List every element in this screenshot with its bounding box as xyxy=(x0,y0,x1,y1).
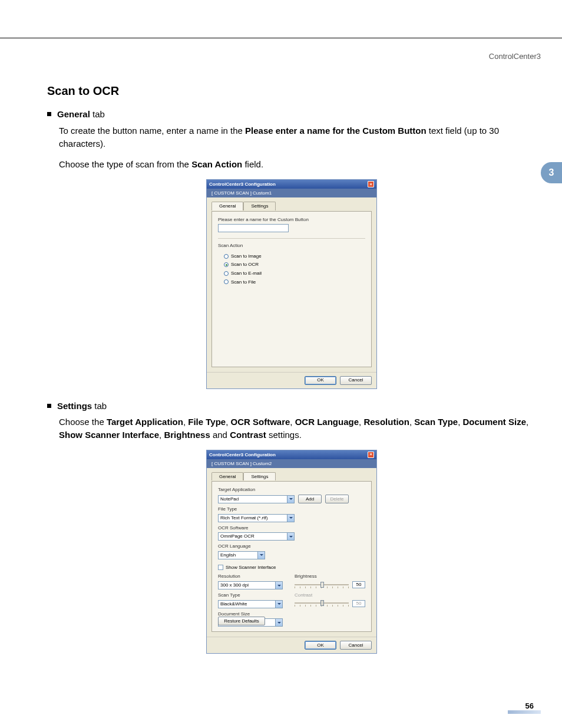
p3c: settings. xyxy=(266,430,302,440)
combo-scan-type[interactable]: Black&White xyxy=(218,600,283,608)
radio-scan-to-email[interactable]: Scan to E-mail xyxy=(224,270,365,277)
combo-target-app[interactable]: NotePad xyxy=(218,495,295,503)
combo-value: OmniPage OCR xyxy=(220,533,254,540)
dialog-settings: ControlCenter3 Configuration × [ CUSTOM … xyxy=(206,450,377,654)
b8: Show Scanner Interface xyxy=(59,430,159,440)
p1b: Please enter a name for the Custom Butto… xyxy=(245,126,427,136)
slider-thumb-icon xyxy=(320,600,324,606)
dialog-title-text: ControlCenter3 Configuration xyxy=(209,450,276,459)
chevron-down-icon xyxy=(287,515,294,522)
radio-label: Scan to OCR xyxy=(231,261,259,268)
combo-value: English xyxy=(220,552,236,559)
tab-panel-general: Please enter a name for the Custom Butto… xyxy=(211,211,372,367)
close-icon[interactable]: × xyxy=(368,452,374,458)
chevron-down-icon xyxy=(287,496,294,503)
settings-bold: Settings xyxy=(57,401,92,411)
paragraph-2: Choose the type of scan from the Scan Ac… xyxy=(59,158,536,171)
slider-brightness[interactable]: 50 xyxy=(295,581,365,588)
radio-icon xyxy=(224,254,229,259)
radio-icon xyxy=(224,262,229,267)
screenshot-settings: ControlCenter3 Configuration × [ CUSTOM … xyxy=(47,450,536,654)
b5: Resolution xyxy=(363,417,409,427)
chapter-thumb-tab: 3 xyxy=(541,162,562,183)
slider-contrast[interactable]: 50 xyxy=(295,600,365,607)
general-tail: tab xyxy=(90,109,105,119)
label-ocr-software: OCR Software xyxy=(218,525,365,532)
chevron-down-icon xyxy=(257,552,265,559)
radio-label: Scan to Image xyxy=(231,253,262,260)
combo-value: NotePad xyxy=(220,496,239,503)
dialog-body: General Settings Target Application Note… xyxy=(207,468,376,637)
b2: File Type xyxy=(188,417,226,427)
b6: Scan Type xyxy=(414,417,458,427)
combo-file-type[interactable]: Rich Text Format (*.rtf) xyxy=(218,514,295,522)
bullet-settings-tab: Settings tab xyxy=(47,400,536,413)
p2a: Choose the type of scan from the xyxy=(59,159,191,169)
combo-value: Rich Text Format (*.rtf) xyxy=(220,515,267,522)
tab-panel-settings: Target Application NotePad Add Delete Fi… xyxy=(211,481,372,632)
label-custom-name: Please enter a name for the Custom Butto… xyxy=(218,216,365,223)
custom-name-input[interactable] xyxy=(218,224,289,232)
cancel-button[interactable]: Cancel xyxy=(340,641,372,650)
radio-scan-to-file[interactable]: Scan to File xyxy=(224,279,365,286)
delete-button[interactable]: Delete xyxy=(325,495,349,503)
paragraph-3: Choose the Target Application, File Type… xyxy=(59,416,536,442)
screenshot-general: ControlCenter3 Configuration × [ CUSTOM … xyxy=(47,179,536,389)
label-target-app: Target Application xyxy=(218,486,365,493)
radio-scan-to-ocr[interactable]: Scan to OCR xyxy=(224,261,365,268)
bullet-label: Settings tab xyxy=(57,400,107,413)
page-number: 56 xyxy=(525,701,534,710)
running-header: ControlCenter3 xyxy=(489,52,541,61)
checkbox-icon xyxy=(218,565,223,570)
tab-general[interactable]: General xyxy=(211,202,243,210)
close-icon[interactable]: × xyxy=(368,181,374,187)
horizontal-rule xyxy=(0,38,562,38)
tab-settings[interactable]: Settings xyxy=(243,472,276,481)
slider-thumb-icon xyxy=(320,582,324,588)
label-contrast: Contrast xyxy=(295,592,365,599)
tab-general[interactable]: General xyxy=(211,472,243,481)
contrast-value[interactable]: 50 xyxy=(352,600,365,607)
dialog-titlebar: ControlCenter3 Configuration × xyxy=(207,450,376,459)
brightness-value[interactable]: 50 xyxy=(352,581,365,588)
add-button[interactable]: Add xyxy=(298,495,322,503)
combo-ocr-software[interactable]: OmniPage OCR xyxy=(218,532,295,541)
square-bullet-icon xyxy=(47,112,51,116)
combo-value: Black&White xyxy=(220,601,247,608)
b1: Target Application xyxy=(107,417,183,427)
section-title: Scan to OCR xyxy=(47,83,536,100)
checkbox-show-scanner-interface[interactable]: Show Scanner Interface xyxy=(218,564,365,571)
ok-button[interactable]: OK xyxy=(305,641,336,650)
label-ocr-language: OCR Language xyxy=(218,543,365,550)
label-scan-type: Scan Type xyxy=(218,592,284,599)
label-file-type: File Type xyxy=(218,506,365,513)
p2c: field. xyxy=(242,159,263,169)
b9: Brightness xyxy=(164,430,210,440)
tab-settings[interactable]: Settings xyxy=(243,202,276,210)
radio-icon xyxy=(224,271,229,276)
page-content: Scan to OCR General tab To create the bu… xyxy=(47,83,536,664)
combo-resolution[interactable]: 300 x 300 dpi xyxy=(218,581,283,589)
dialog-title-text: ControlCenter3 Configuration xyxy=(209,180,276,189)
ok-button[interactable]: OK xyxy=(305,376,336,385)
bullet-label: General tab xyxy=(57,108,105,121)
settings-tail: tab xyxy=(92,401,107,411)
dialog-body: General Settings Please enter a name for… xyxy=(207,197,376,372)
chevron-down-icon xyxy=(275,619,282,626)
chevron-down-icon xyxy=(275,582,282,589)
dialog-footer: OK Cancel xyxy=(207,372,376,388)
b10: Contrast xyxy=(230,430,266,440)
combo-ocr-language[interactable]: English xyxy=(218,551,265,559)
combo-value: 300 x 300 dpi xyxy=(220,582,249,589)
restore-defaults-button[interactable]: Restore Defaults xyxy=(218,617,265,625)
b3: OCR Software xyxy=(231,417,290,427)
radio-scan-to-image[interactable]: Scan to Image xyxy=(224,253,365,260)
label-brightness: Brightness xyxy=(295,573,365,580)
paragraph-1: To create the button name, enter a name … xyxy=(59,124,536,150)
radio-label: Scan to File xyxy=(231,279,256,286)
p2b: Scan Action xyxy=(191,159,242,169)
p1a: To create the button name, enter a name … xyxy=(59,126,245,136)
chevron-down-icon xyxy=(275,601,282,608)
divider xyxy=(218,238,365,239)
cancel-button[interactable]: Cancel xyxy=(340,376,372,385)
